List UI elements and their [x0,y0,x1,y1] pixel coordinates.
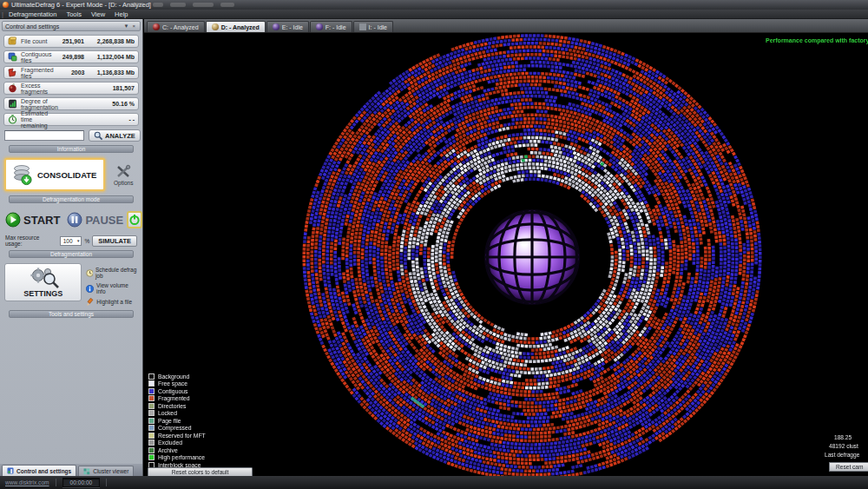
tab-cluster-viewer[interactable]: Cluster viewer [78,466,134,476]
contiguous-files-icon [8,52,17,62]
menu-grip: | [2,10,3,18]
legend-swatch[interactable] [148,388,155,394]
schedule-defrag-link[interactable]: Schedule defrag job [86,267,138,279]
reset-colors-button[interactable]: Reset colors to default [148,467,253,476]
start-label: START [23,214,60,227]
tools-row: SETTINGS Schedule defrag job View volume… [0,260,142,308]
drive-c-icon [153,23,160,30]
drive-tab-label: F: - Idle [326,24,346,30]
legend-item: Excluded [148,439,206,447]
elapsed-timer: 00:00:00 [62,478,101,487]
legend-item: Directories [148,402,206,410]
options-button[interactable]: Options [108,164,138,186]
cluster-tab-icon [83,468,90,475]
drive-tab-i[interactable]: I: - Idle [353,21,393,32]
consolidate-button[interactable]: CONSOLIDATE [4,158,105,191]
resource-usage-select[interactable]: 100 ▼ [60,236,82,246]
drive-d-icon [212,23,219,30]
menu-bar: | Defragmentation Tools View Help [0,10,868,19]
drive-tab-bar: C: - Analyzed D: - Analyzed E: - Idle F:… [144,19,868,33]
section-information: Information [9,145,134,153]
stat-label: File count [21,38,53,44]
fragmented-files-icon [8,68,17,77]
legend-swatch[interactable] [148,380,155,387]
legend-swatch[interactable] [148,439,155,446]
power-button[interactable] [127,211,142,228]
drive-tab-f[interactable]: F: - Idle [310,21,352,32]
tab-label: Control and settings [16,468,71,474]
options-label: Options [114,180,133,186]
collapse-icon[interactable]: ▼ [122,23,131,29]
drive-f-icon [316,23,323,30]
menu-help[interactable]: Help [115,10,128,18]
overlay-stat-clusters: 48192 clust [829,443,858,449]
stat-label: Estimated time remaining [21,110,53,129]
titlebar-artifact [220,3,234,7]
panel-header: Control and settings ▼ × [2,21,141,31]
view-volume-info-link[interactable]: View volume info [86,282,138,294]
view-volume-info-label: View volume info [96,282,138,294]
disk-visualization-canvas[interactable] [144,33,868,476]
highlight-file-link[interactable]: Highlight a file [86,298,138,306]
legend-swatch[interactable] [148,433,155,439]
section-tools-settings: Tools and settings [9,310,134,318]
chevron-down-icon: ▼ [76,239,80,243]
resource-row: Max resource usage: 100 ▼ % SIMULATE [0,232,142,248]
app-icon [3,2,9,8]
menu-tools[interactable]: Tools [66,10,82,18]
control-panel: Control and settings ▼ × File count 251,… [0,19,143,476]
schedule-defrag-label: Schedule defrag job [95,267,138,279]
titlebar-artifact [170,3,186,7]
stat-label: Contiguous files [21,51,53,63]
stat-size: 181,507 [88,85,135,91]
time-remaining-icon [8,115,17,124]
stat-count: 251,901 [56,38,84,44]
disk-view-area: Performance compared with factory a Back… [144,33,868,476]
resource-usage-value: 100 [63,238,73,244]
legend-item: Background [148,373,206,380]
file-search-input[interactable] [4,130,84,141]
drive-tab-e[interactable]: E: - Idle [266,21,309,32]
legend-swatch[interactable] [148,373,155,380]
legend-swatch[interactable] [148,395,155,401]
start-button[interactable]: START [5,212,60,228]
simulate-button[interactable]: SIMULATE [92,235,137,247]
max-resource-label: Max resource usage: [5,235,57,247]
legend-swatch[interactable] [148,447,155,453]
legend-swatch[interactable] [148,425,155,431]
legend-swatch[interactable] [148,410,155,416]
titlebar-artifact [130,3,144,7]
tab-control-and-settings[interactable]: Control and settings [2,465,76,476]
stat-size: 1,132,004 Mb [88,54,135,60]
titlebar-artifact [193,3,214,7]
legend-swatch[interactable] [148,403,155,409]
settings-label: SETTINGS [23,289,62,298]
gears-magnifier-icon [27,267,60,289]
status-bar: www.disktrix.com 00:00:00 [0,476,868,489]
settings-button[interactable]: SETTINGS [4,263,82,301]
pause-button[interactable]: PAUSE [67,212,123,228]
drive-tab-d[interactable]: D: - Analyzed [206,21,266,32]
stat-row-contiguous: Contiguous files 249,898 1,132,004 Mb [3,50,139,63]
analyze-label: ANALYZE [105,132,135,140]
close-icon[interactable]: × [130,23,137,29]
stat-size: 1,136,833 Mb [88,69,135,76]
menu-defragmentation[interactable]: Defragmentation [9,10,56,18]
section-defragmentation: Defragmentation [9,250,134,258]
power-icon [128,214,141,226]
title-bar: UltimateDefrag 6 - Expert Mode - [D: - A… [0,0,868,10]
disktrix-link[interactable]: www.disktrix.com [5,479,49,486]
titlebar-artifact [153,3,163,7]
stat-row-fragmented: Fragmented files 2003 1,136,833 Mb [3,66,139,79]
reset-camera-button[interactable]: Reset cam [829,462,868,472]
degree-of-fragmentation-icon [8,99,17,109]
drive-tab-c[interactable]: C: - Analyzed [147,21,205,32]
section-defrag-mode: Defragmentation mode [9,195,134,203]
drive-tab-label: E: - Idle [282,24,303,30]
legend-item: Contiguous [148,387,206,395]
analyze-button[interactable]: ANALYZE [89,129,141,142]
legend-swatch[interactable] [148,454,155,460]
legend-swatch[interactable] [148,418,155,424]
stat-row-file-count: File count 251,901 2,268,838 Mb [3,35,139,48]
menu-view[interactable]: View [91,10,105,18]
